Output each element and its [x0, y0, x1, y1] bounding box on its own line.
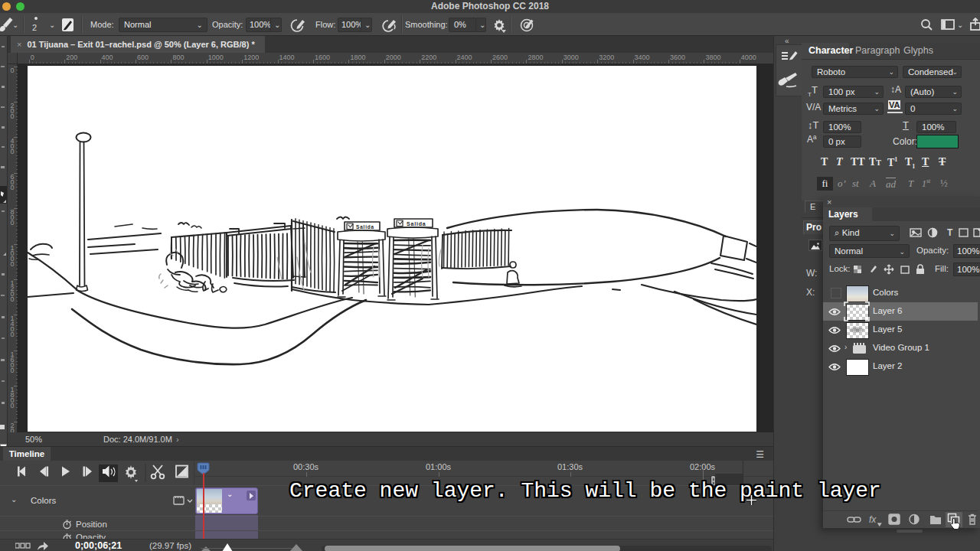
svg-text:Salida: Salida: [407, 221, 426, 227]
svg-text:T: T: [947, 227, 953, 238]
svg-text:fx: fx: [869, 514, 877, 525]
svg-text:Salida: Salida: [356, 224, 374, 230]
